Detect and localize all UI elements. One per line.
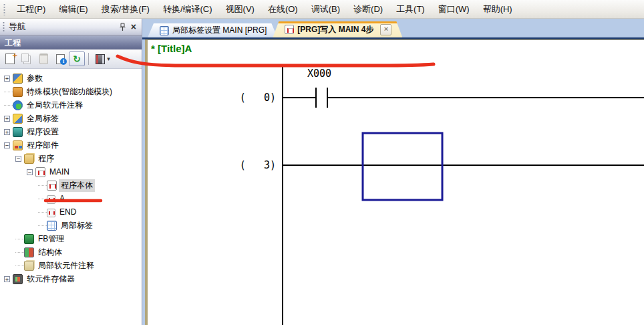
tab-label: 局部标签设置 MAIN [PRG]: [172, 25, 267, 36]
tree-item[interactable]: +程序设置: [0, 125, 142, 138]
ladder-program-icon: [35, 167, 45, 177]
menu-item-1[interactable]: 工程(P): [10, 1, 52, 18]
tree-connector: [38, 199, 47, 199]
menu-item-10[interactable]: 窗口(W): [432, 1, 476, 18]
tree-item[interactable]: +软元件存储器: [0, 272, 142, 286]
tree-item[interactable]: FB管理: [0, 232, 142, 245]
expander-collapsed-icon[interactable]: +: [4, 116, 10, 122]
tree-connector: [38, 212, 47, 213]
copy-icon[interactable]: [19, 51, 35, 66]
project-section-header: 工程: [0, 35, 142, 49]
gx-works2-window: { "menu": { "items": ["工程(P)","编辑(E)","搜…: [0, 0, 644, 325]
menu-item-5[interactable]: 视图(V): [219, 1, 261, 18]
tree-item[interactable]: −程序: [0, 152, 142, 165]
menu-item-11[interactable]: 帮助(H): [476, 1, 519, 18]
refresh-icon[interactable]: [69, 51, 85, 66]
paste-icon[interactable]: [35, 51, 51, 66]
tree-item[interactable]: +参数: [0, 72, 142, 85]
tree-item-label: 程序设置: [25, 126, 61, 138]
navigation-title: 导航: [9, 21, 26, 33]
label-table-icon: [160, 26, 169, 35]
menu-item-7[interactable]: 调试(B): [305, 1, 347, 18]
expander-collapsed-icon[interactable]: +: [4, 129, 10, 135]
tree-connector: [38, 185, 47, 186]
tab-label: [PRG]写入 MAIN 4步: [297, 24, 373, 35]
tree-item[interactable]: 结构体: [0, 245, 142, 259]
tree-item[interactable]: A: [0, 192, 142, 205]
data-property-icon[interactable]: [52, 51, 68, 66]
tree-connector: [15, 252, 24, 253]
ladder-editor[interactable]: * [Title]A X000 ( 0) ( 3): [145, 39, 644, 325]
tree-item-label: 参数: [25, 72, 45, 85]
tree-connector: [4, 92, 13, 92]
tree-item[interactable]: 局部标签: [0, 219, 142, 232]
tree-item-label: 程序: [36, 152, 56, 165]
tree-item-label: 程序部件: [25, 139, 61, 152]
menu-bar: 工程(P)编辑(E)搜索/替换(F)转换/编译(C)视图(V)在线(O)调试(B…: [0, 0, 644, 19]
expander-collapsed-icon[interactable]: +: [4, 76, 10, 82]
pin-icon[interactable]: [119, 23, 126, 31]
rung-step-number: ( 3): [232, 159, 276, 171]
tree-item-label: END: [57, 207, 78, 217]
tree-connector: [4, 105, 13, 106]
tree-item-label: FB管理: [36, 233, 66, 245]
tree-item-label: 结构体: [36, 246, 64, 259]
tree-connector: [15, 265, 24, 266]
selection-box[interactable]: [363, 133, 442, 200]
menu-item-2[interactable]: 编辑(E): [52, 1, 94, 18]
tree-item-label: 全局标签: [25, 112, 61, 125]
expander-expanded-icon[interactable]: −: [27, 169, 33, 175]
tree-item-label: A: [57, 193, 67, 204]
contact-device-label: X000: [295, 68, 343, 80]
tree-item-label: 局部标签: [59, 219, 95, 232]
drag-grip-icon[interactable]: [2, 21, 5, 32]
navigation-title-bar: 导航 ×: [0, 19, 142, 35]
tab-close-icon[interactable]: ×: [380, 24, 391, 35]
tree-connector: [38, 225, 47, 226]
tree-item-label: 全局软元件注释: [25, 99, 85, 112]
tree-item[interactable]: 特殊模块(智能功能模块): [0, 85, 142, 98]
toolbar-separator: [88, 53, 89, 65]
close-icon[interactable]: ×: [131, 22, 136, 31]
project-toolbar: [0, 49, 142, 69]
tree-item[interactable]: +全局标签: [0, 112, 142, 125]
rung-step-number: ( 0): [232, 92, 276, 104]
ladder-diagram: [148, 40, 644, 325]
parameter-icon: [13, 74, 23, 84]
menu-item-9[interactable]: 工具(T): [389, 1, 432, 18]
tree-connector: [15, 239, 24, 239]
tree-item-label: 局部软元件注释: [36, 259, 96, 272]
tree-item[interactable]: 局部软元件注释: [0, 259, 142, 272]
structure-icon: [24, 247, 34, 257]
document-tab-2[interactable]: [PRG]写入 MAIN 4步×: [273, 21, 402, 37]
local-device-comment-icon: [24, 261, 34, 271]
toolbar-grip-icon[interactable]: [3, 3, 6, 15]
program-parts-icon: [13, 140, 23, 150]
expander-collapsed-icon[interactable]: +: [4, 276, 10, 282]
expander-expanded-icon[interactable]: −: [4, 142, 10, 148]
tree-item[interactable]: 程序本体: [0, 179, 142, 192]
special-module-icon: [13, 87, 23, 97]
ladder-program-icon: [285, 25, 294, 34]
menu-item-8[interactable]: 诊断(D): [347, 1, 389, 18]
workspace-area: 局部标签设置 MAIN [PRG][PRG]写入 MAIN 4步× * [Tit…: [142, 19, 644, 325]
tree-item[interactable]: 全局软元件注释: [0, 98, 142, 112]
fb-icon: [24, 234, 34, 244]
document-tab-1[interactable]: 局部标签设置 MAIN [PRG]: [148, 23, 277, 37]
sort-icon[interactable]: [92, 51, 114, 66]
device-memory-icon: [13, 274, 23, 284]
program-folder-icon: [24, 154, 34, 164]
new-data-icon[interactable]: [2, 51, 18, 66]
project-tree: +参数特殊模块(智能功能模块)全局软元件注释+全局标签+程序设置−程序部件−程序…: [0, 69, 142, 286]
expander-expanded-icon[interactable]: −: [15, 156, 21, 162]
menu-item-6[interactable]: 在线(O): [261, 1, 305, 18]
tree-item-label: 程序本体: [59, 179, 95, 192]
ladder-block-icon: [47, 209, 55, 217]
menu-item-4[interactable]: 转换/编译(C): [156, 1, 219, 18]
global-label-icon: [13, 114, 23, 124]
tree-item-label: 特殊模块(智能功能模块): [25, 86, 114, 98]
tree-item[interactable]: −MAIN: [0, 165, 142, 179]
tree-item[interactable]: END: [0, 205, 142, 219]
tree-item[interactable]: −程序部件: [0, 138, 142, 152]
menu-item-3[interactable]: 搜索/替换(F): [95, 1, 156, 18]
